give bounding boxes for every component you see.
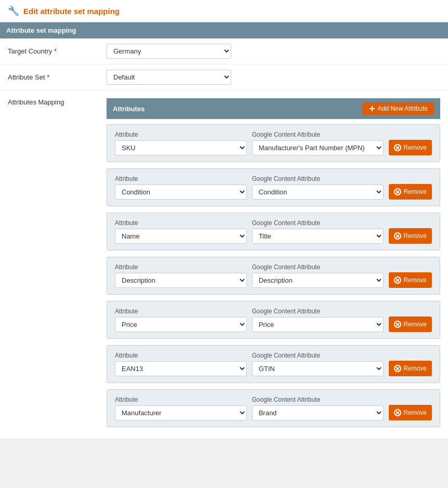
attribute-card: Attribute SKUConditionNameDescriptionPri… (107, 257, 440, 295)
attribute-card: Attribute SKUConditionNameDescriptionPri… (107, 168, 440, 206)
google-content-col: Google Content Attribute Manufacturer's … (252, 175, 384, 200)
remove-button[interactable]: Remove (389, 140, 432, 155)
remove-icon (394, 188, 401, 195)
attribute-col: Attribute SKUConditionNameDescriptionPri… (115, 219, 247, 244)
page-title: Edit attribute set mapping (23, 7, 120, 16)
attribute-select[interactable]: SKUConditionNameDescriptionPriceEAN13Man… (115, 317, 247, 332)
attribute-col: Attribute SKUConditionNameDescriptionPri… (115, 175, 247, 200)
attribute-card: Attribute SKUConditionNameDescriptionPri… (107, 124, 440, 162)
remove-icon (394, 409, 401, 416)
google-content-select[interactable]: Manufacturer's Part Number (MPN)Conditio… (252, 317, 384, 332)
google-content-col-label: Google Content Attribute (252, 352, 384, 359)
attribute-col-label: Attribute (115, 263, 247, 271)
attribute-col: Attribute SKUConditionNameDescriptionPri… (115, 352, 247, 376)
attribute-select[interactable]: SKUConditionNameDescriptionPriceEAN13Man… (115, 405, 247, 420)
attribute-col: Attribute SKUConditionNameDescriptionPri… (115, 131, 247, 155)
attributes-header: Attributes Add New Attribute (107, 98, 440, 119)
remove-label: Remove (403, 409, 427, 416)
attribute-col-label: Attribute (115, 131, 247, 138)
attribute-col: Attribute SKUConditionNameDescriptionPri… (115, 396, 247, 420)
required-marker: * (54, 47, 57, 55)
remove-button[interactable]: Remove (389, 316, 432, 332)
google-content-select[interactable]: Manufacturer's Part Number (MPN)Conditio… (252, 184, 384, 200)
attribute-col-label: Attribute (115, 308, 247, 315)
attribute-card-row: Attribute SKUConditionNameDescriptionPri… (115, 263, 432, 288)
attribute-select[interactable]: SKUConditionNameDescriptionPriceEAN13Man… (115, 184, 247, 200)
google-content-col-label: Google Content Attribute (252, 396, 384, 403)
attribute-set-select[interactable]: Default (107, 70, 231, 85)
remove-button[interactable]: Remove (389, 228, 432, 244)
attribute-card-row: Attribute SKUConditionNameDescriptionPri… (115, 396, 432, 420)
attribute-card-row: Attribute SKUConditionNameDescriptionPri… (115, 131, 432, 155)
target-country-control: Germany France United States United King… (107, 44, 440, 59)
target-country-label: Target Country * (8, 47, 107, 55)
attribute-card-row: Attribute SKUConditionNameDescriptionPri… (115, 175, 432, 200)
attribute-col-label: Attribute (115, 175, 247, 182)
remove-label: Remove (403, 321, 427, 328)
attribute-set-row: Attribute Set * Default (0, 64, 448, 90)
attribute-select[interactable]: SKUConditionNameDescriptionPriceEAN13Man… (115, 229, 247, 244)
google-content-select[interactable]: Manufacturer's Part Number (MPN)Conditio… (252, 229, 384, 244)
attribute-card: Attribute SKUConditionNameDescriptionPri… (107, 213, 440, 250)
attribute-card-row: Attribute SKUConditionNameDescriptionPri… (115, 308, 432, 332)
attribute-card: Attribute SKUConditionNameDescriptionPri… (107, 301, 440, 339)
attributes-mapping-section: Attributes Add New Attribute Attribute S… (107, 98, 440, 433)
add-new-attribute-button[interactable]: Add New Attribute (362, 102, 434, 115)
remove-icon (394, 232, 401, 240)
google-content-col: Google Content Attribute Manufacturer's … (252, 308, 384, 332)
google-content-select[interactable]: Manufacturer's Part Number (MPN)Conditio… (252, 361, 384, 376)
attribute-col: Attribute SKUConditionNameDescriptionPri… (115, 308, 247, 332)
edit-icon: 🔧 (8, 5, 19, 17)
target-country-row: Target Country * Germany France United S… (0, 38, 448, 64)
remove-label: Remove (403, 144, 427, 151)
attribute-set-label: Attribute Set * (8, 73, 107, 81)
google-content-col: Google Content Attribute Manufacturer's … (252, 396, 384, 420)
attributes-header-title: Attributes (113, 105, 144, 113)
attribute-col: Attribute SKUConditionNameDescriptionPri… (115, 263, 247, 288)
google-content-col-label: Google Content Attribute (252, 175, 384, 182)
remove-icon (394, 321, 401, 328)
remove-label: Remove (403, 232, 427, 240)
remove-icon (394, 144, 401, 151)
google-content-select[interactable]: Manufacturer's Part Number (MPN)Conditio… (252, 140, 384, 155)
remove-label: Remove (403, 188, 427, 195)
plus-icon (368, 105, 376, 112)
attribute-card: Attribute SKUConditionNameDescriptionPri… (107, 345, 440, 383)
target-country-select[interactable]: Germany France United States United King… (107, 44, 231, 59)
attribute-set-control: Default (107, 70, 440, 85)
google-content-col: Google Content Attribute Manufacturer's … (252, 352, 384, 376)
remove-icon (394, 365, 401, 372)
google-content-col: Google Content Attribute Manufacturer's … (252, 219, 384, 244)
section-header: Attribute set mapping (0, 22, 448, 38)
attribute-select[interactable]: SKUConditionNameDescriptionPriceEAN13Man… (115, 273, 247, 288)
google-content-col-label: Google Content Attribute (252, 219, 384, 227)
google-content-col: Google Content Attribute Manufacturer's … (252, 131, 384, 155)
remove-button[interactable]: Remove (389, 184, 432, 200)
google-content-col-label: Google Content Attribute (252, 308, 384, 315)
attribute-card-row: Attribute SKUConditionNameDescriptionPri… (115, 352, 432, 376)
attribute-card-row: Attribute SKUConditionNameDescriptionPri… (115, 219, 432, 244)
google-content-col-label: Google Content Attribute (252, 131, 384, 138)
attribute-card: Attribute SKUConditionNameDescriptionPri… (107, 389, 440, 427)
attribute-select[interactable]: SKUConditionNameDescriptionPriceEAN13Man… (115, 140, 247, 155)
page-header: 🔧 Edit attribute set mapping (0, 0, 448, 22)
google-content-col: Google Content Attribute Manufacturer's … (252, 263, 384, 288)
remove-button[interactable]: Remove (389, 361, 432, 376)
attributes-mapping-label: Attributes Mapping (8, 98, 107, 106)
google-content-select[interactable]: Manufacturer's Part Number (MPN)Conditio… (252, 273, 384, 288)
google-content-select[interactable]: Manufacturer's Part Number (MPN)Conditio… (252, 405, 384, 420)
remove-label: Remove (403, 365, 427, 372)
remove-button[interactable]: Remove (389, 405, 432, 420)
remove-icon (394, 276, 401, 284)
google-content-col-label: Google Content Attribute (252, 263, 384, 271)
remove-label: Remove (403, 276, 427, 284)
form-container: Target Country * Germany France United S… (0, 38, 448, 439)
attribute-col-label: Attribute (115, 219, 247, 227)
remove-button[interactable]: Remove (389, 272, 432, 288)
attribute-col-label: Attribute (115, 396, 247, 403)
attributes-mapping-row: Attributes Mapping Attributes Add New At… (0, 90, 448, 439)
required-marker: * (47, 73, 49, 81)
attribute-select[interactable]: SKUConditionNameDescriptionPriceEAN13Man… (115, 361, 247, 376)
attribute-col-label: Attribute (115, 352, 247, 359)
attribute-cards-container: Attribute SKUConditionNameDescriptionPri… (107, 124, 440, 427)
